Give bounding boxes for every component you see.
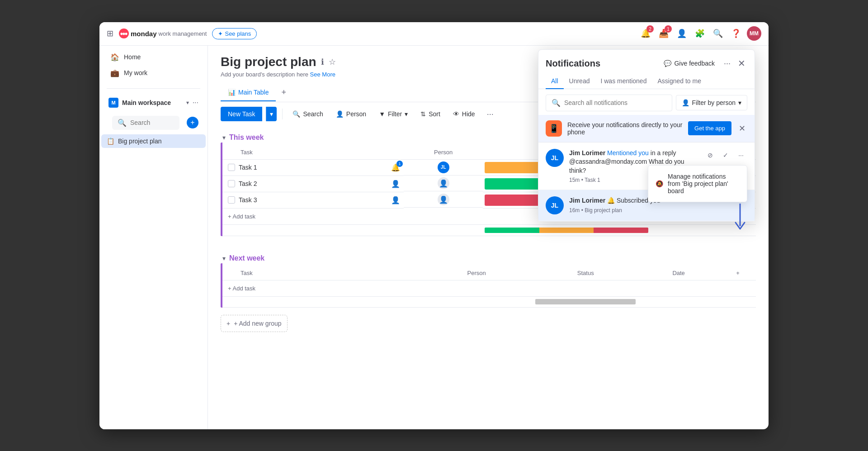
person-plus-icon: 👤 (677, 28, 687, 38)
give-feedback-button[interactable]: 💬 Give feedback (660, 58, 718, 69)
feedback-icon: 💬 (664, 60, 671, 67)
new-task-dropdown-button[interactable]: ▾ (266, 107, 277, 121)
task-person-cell: 👤 (404, 176, 483, 191)
logo-monday: monday (131, 30, 157, 38)
add-column-button-next[interactable]: + (720, 266, 756, 280)
star-icon[interactable]: ☆ (329, 57, 336, 67)
summary-done (485, 228, 539, 233)
board-name: Big project plan (118, 138, 162, 145)
workspace-more-icon[interactable]: ··· (193, 99, 198, 107)
sidebar-search-input[interactable] (130, 119, 174, 126)
assign-person-icon[interactable]: 👤 (391, 196, 400, 204)
notifications-search-input[interactable] (564, 99, 666, 106)
sidebar-board-item[interactable]: 📋 Big project plan (101, 134, 206, 148)
task-checkbox[interactable] (228, 164, 235, 171)
add-task-button-next[interactable]: + Add task (224, 283, 259, 294)
filter-person-icon: 👤 (682, 99, 689, 106)
svg-point-2 (123, 33, 125, 35)
task-checkbox[interactable] (228, 196, 235, 204)
more-options-button[interactable]: ··· (483, 107, 497, 122)
notif-tab-unread[interactable]: Unread (564, 74, 595, 89)
notifications-header-icons: 💬 Give feedback ··· ✕ (660, 57, 747, 70)
user-avatar[interactable]: MM (747, 26, 761, 41)
notif-action-archive[interactable]: ⊘ (704, 149, 717, 161)
new-task-button[interactable]: New Task (221, 107, 262, 121)
add-group-button[interactable]: + + Add new group (221, 315, 288, 332)
next-week-table: Task Person Status Date + (222, 266, 756, 308)
group-title-this-week: This week (229, 133, 264, 142)
board-title: Big project plan (221, 55, 316, 69)
help-button[interactable]: ❓ (729, 26, 743, 41)
notif-tab-assigned[interactable]: Assigned to me (652, 74, 707, 89)
sidebar-item-home[interactable]: 🏠 Home (103, 49, 204, 65)
group-collapse-button[interactable]: ▾ (222, 134, 226, 141)
svg-point-1 (120, 33, 123, 35)
notifications-header: Notifications 💬 Give feedback ··· ✕ (538, 50, 755, 74)
group-collapse-button-next[interactable]: ▾ (222, 255, 226, 262)
sidebar-search[interactable]: 🔍 (112, 116, 179, 130)
summary-stuck (594, 228, 648, 233)
search-toolbar-button[interactable]: 🔍 Search (288, 108, 327, 120)
add-tab-button[interactable]: + (276, 83, 292, 102)
col-header-person: Person (404, 145, 483, 160)
notif-actions-1: ⊘ ✓ ··· 🔕 Manage notifications from 'Big… (704, 149, 747, 161)
sidebar-item-my-work[interactable]: 💼 My work (103, 65, 204, 81)
logo-sub: work management (159, 30, 207, 37)
promo-close-button[interactable]: ✕ (737, 122, 747, 135)
apps-button[interactable]: 🧩 (693, 26, 707, 41)
notifications-close-button[interactable]: ✕ (736, 57, 747, 70)
notifications-bell-button[interactable]: 🔔 2 (638, 26, 653, 41)
notif-tab-mentioned[interactable]: I was mentioned (595, 74, 652, 89)
see-more-link[interactable]: See More (310, 71, 335, 78)
plus-icon: + (226, 320, 230, 327)
invite-button[interactable]: 👤 (675, 26, 689, 41)
add-board-button[interactable]: + (187, 117, 198, 128)
notif-avatar-2: JL (546, 196, 564, 214)
filter-button[interactable]: ▼ Filter ▾ (374, 108, 412, 120)
notifications-search[interactable]: 🔍 (546, 95, 672, 111)
notifications-list: JL Jim Lorimer Mentioned you in a reply … (538, 142, 755, 222)
home-label: Home (124, 53, 141, 61)
context-menu-manage-notif[interactable]: 🔕 Manage notifications from 'Big project… (648, 169, 747, 198)
board-icon: 📋 (107, 138, 114, 145)
person-avatar-empty[interactable]: 👤 (438, 194, 449, 205)
search-icon: 🔍 (292, 110, 300, 118)
workspace-item[interactable]: M Main workspace ▾ ··· (103, 94, 204, 111)
app-promo-banner: 📱 Receive your notifications directly to… (538, 115, 755, 142)
notif-action-mark-read[interactable]: ✓ (719, 149, 732, 161)
context-menu-label: Manage notifications from 'Big project p… (668, 173, 740, 195)
grid-icon[interactable]: ⊞ (107, 28, 113, 38)
person-filter-button[interactable]: 👤 Person (331, 108, 371, 120)
filter-icon: ▼ (379, 110, 385, 118)
person-avatar-empty[interactable]: 👤 (438, 177, 449, 189)
task-checkbox[interactable] (228, 180, 235, 187)
notif-tab-all[interactable]: All (546, 74, 564, 89)
see-plans-button[interactable]: ✦ See plans (212, 28, 257, 39)
notifications-search-row: 🔍 👤 Filter by person ▾ (538, 89, 755, 115)
sort-button[interactable]: ⇅ Sort (416, 108, 445, 120)
get-app-button[interactable]: Get the app (688, 121, 731, 135)
person-avatar[interactable]: JL (438, 161, 449, 173)
info-icon[interactable]: ℹ (321, 57, 324, 67)
briefcase-icon: 💼 (110, 69, 119, 77)
filter-chevron-icon: ▾ (738, 99, 741, 106)
filter-by-person-button[interactable]: 👤 Filter by person ▾ (676, 95, 747, 110)
table-icon: 📊 (228, 89, 236, 96)
add-task-button[interactable]: + Add task (224, 211, 259, 222)
notifications-tabs: All Unread I was mentioned Assigned to m… (538, 74, 755, 89)
notification-item-1[interactable]: JL Jim Lorimer Mentioned you in a reply … (538, 142, 755, 190)
col-header-task-next: Task (222, 266, 420, 280)
hide-button[interactable]: 👁 Hide (448, 108, 480, 120)
search-button[interactable]: 🔍 (711, 26, 725, 41)
task-notification-icon[interactable]: 🔔 1 (391, 163, 400, 172)
inbox-button[interactable]: 📥 1 (656, 26, 671, 41)
task-notif-badge: 1 (396, 161, 403, 167)
notif-action-more[interactable]: ··· 🔕 Manage notifications from 'Big pro… (735, 149, 747, 161)
sidebar: 🏠 Home 💼 My work M Main workspace ▾ ··· (99, 46, 208, 429)
col-header-task: Task (222, 145, 404, 160)
assign-person-icon[interactable]: 👤 (391, 180, 400, 188)
notifications-more-button[interactable]: ··· (722, 57, 732, 70)
tab-main-table[interactable]: 📊 Main Table (221, 84, 276, 101)
bell-slash-icon: 🔕 (656, 180, 663, 187)
my-work-label: My work (124, 69, 147, 76)
